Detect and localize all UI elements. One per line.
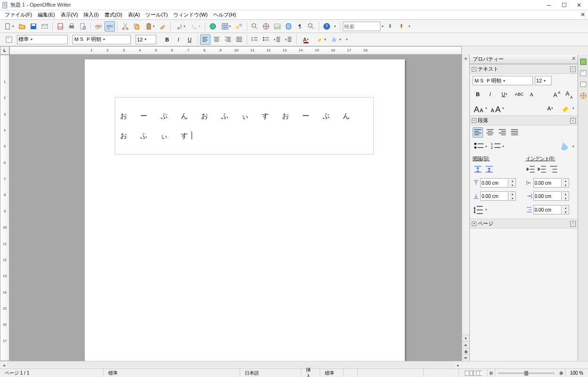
email-button[interactable]: [40, 21, 50, 32]
prop-decrease-font-button[interactable]: AA▾: [490, 103, 505, 114]
page-section-header[interactable]: + ページ ▫: [470, 219, 578, 229]
prop-shadow-button[interactable]: A: [526, 89, 537, 99]
prop-font-select[interactable]: ＭＳ Ｐ明朝: [473, 76, 533, 85]
menu-view[interactable]: 表示(V): [58, 10, 81, 19]
format-paintbrush-button[interactable]: [158, 21, 168, 32]
find-next-button[interactable]: ⬇: [385, 21, 395, 32]
sidebar-tab-navigator[interactable]: [579, 91, 588, 100]
styles-button[interactable]: [2, 34, 16, 45]
hanging-indent-button[interactable]: [548, 164, 559, 174]
navigation-button[interactable]: ◉: [462, 348, 469, 354]
copy-button[interactable]: [131, 21, 142, 32]
status-selection-mode[interactable]: 標準: [320, 369, 344, 377]
numbered-list-button[interactable]: 12: [250, 34, 260, 45]
status-insert-mode[interactable]: 挿入: [301, 369, 320, 377]
vertical-ruler[interactable]: 1234 5678 9101112 13141516 17: [0, 55, 9, 361]
increase-indent-button2[interactable]: [526, 164, 536, 174]
table-button[interactable]: ▾: [219, 21, 233, 32]
space-below-spinner[interactable]: ▴▾: [509, 191, 516, 201]
indent-left-spinner[interactable]: ▴▾: [563, 178, 569, 188]
prop-superscript-button[interactable]: AA: [552, 89, 563, 99]
status-style[interactable]: 標準: [104, 369, 240, 377]
scroll-up-button[interactable]: ▴: [462, 55, 469, 61]
status-signature[interactable]: [358, 369, 424, 377]
zoom-slider[interactable]: [498, 372, 555, 374]
paragraph-collapse-icon[interactable]: −: [472, 118, 476, 123]
paste-button[interactable]: ▾: [143, 21, 157, 32]
hscroll-right-button[interactable]: ▸: [454, 361, 462, 369]
decrease-indent-button[interactable]: [272, 34, 282, 45]
sidebar-tab-gallery[interactable]: [579, 80, 588, 89]
italic-button[interactable]: I: [173, 34, 184, 45]
single-page-icon[interactable]: [464, 370, 469, 376]
prop-align-justify-button[interactable]: [509, 127, 520, 138]
increase-spacing-button[interactable]: [473, 164, 483, 174]
space-below-input[interactable]: [480, 191, 508, 201]
page-section-more-button[interactable]: ▫: [570, 221, 576, 227]
scroll-down-button[interactable]: ▾: [462, 335, 469, 341]
prop-strikethrough-button[interactable]: ABC: [514, 89, 524, 99]
auto-spellcheck-button[interactable]: ABC: [105, 21, 115, 32]
text-frame[interactable]: おーぷんおふぃすおーぷん おふぃす: [115, 97, 374, 155]
line-spacing-button[interactable]: ▾: [473, 205, 488, 215]
decrease-indent-button2[interactable]: [537, 164, 548, 174]
redo-button[interactable]: ▾: [188, 21, 202, 32]
sidebar-tab-styles[interactable]: [579, 69, 588, 77]
indent-right-spinner[interactable]: ▴▾: [563, 191, 569, 201]
text-section-header[interactable]: − テキスト ▫: [470, 64, 578, 74]
ruler-corner[interactable]: L: [0, 46, 9, 55]
prop-size-select[interactable]: 12: [535, 76, 552, 85]
undo-button[interactable]: ▾: [173, 21, 187, 32]
open-button[interactable]: [17, 21, 27, 32]
text-collapse-icon[interactable]: −: [472, 67, 476, 72]
prop-font-color-button[interactable]: A▾: [543, 103, 558, 114]
zoom-in-button[interactable]: ⊕: [557, 369, 565, 377]
print-button[interactable]: [66, 21, 77, 32]
maximize-button[interactable]: ☐: [561, 2, 567, 8]
align-justify-button[interactable]: [234, 34, 244, 45]
print-preview-button[interactable]: [78, 21, 88, 32]
bold-button[interactable]: B: [162, 34, 172, 45]
underline-button[interactable]: U: [185, 34, 195, 45]
search-input[interactable]: [343, 22, 380, 31]
status-page[interactable]: ページ 1 / 1: [0, 369, 104, 377]
prop-underline-button[interactable]: U▾: [497, 89, 512, 99]
decrease-spacing-button[interactable]: [484, 164, 494, 174]
space-above-input[interactable]: [480, 178, 508, 188]
view-layout-buttons[interactable]: [459, 369, 487, 377]
indent-right-input[interactable]: [533, 191, 562, 201]
data-sources-button[interactable]: [283, 21, 294, 32]
menu-help[interactable]: ヘルプ(H): [210, 10, 239, 19]
status-language[interactable]: 日本語: [240, 369, 301, 377]
indent-left-input[interactable]: [533, 178, 562, 188]
indent-first-input[interactable]: [533, 205, 562, 214]
cut-button[interactable]: [120, 21, 130, 32]
properties-close-button[interactable]: ✕: [572, 56, 576, 62]
hyperlink-button[interactable]: [208, 21, 218, 32]
zoom-out-button[interactable]: ⊖: [487, 369, 495, 377]
align-left-button[interactable]: [200, 34, 210, 45]
prop-highlight-button[interactable]: ▾: [560, 103, 575, 114]
navigator-button[interactable]: [261, 21, 271, 32]
menu-window[interactable]: ウィンドウ(W): [170, 10, 210, 19]
document-canvas[interactable]: おーぷんおふぃすおーぷん おふぃす: [9, 55, 462, 361]
prop-italic-button[interactable]: I: [485, 89, 495, 99]
close-button[interactable]: ✕: [576, 2, 582, 8]
menu-format[interactable]: 書式(O): [102, 10, 125, 19]
menu-tools[interactable]: ツール(T): [143, 10, 170, 19]
show-draw-functions-button[interactable]: [234, 21, 244, 32]
prop-bgcolor-button[interactable]: ▾: [560, 141, 575, 152]
prev-page-button[interactable]: ⏶: [462, 341, 469, 348]
paragraph-style-select[interactable]: 標準: [17, 35, 68, 44]
increase-indent-button[interactable]: [283, 34, 294, 45]
horizontal-scrollbar[interactable]: ◂ ▸: [0, 361, 588, 369]
menu-insert[interactable]: 挿入(I): [81, 10, 101, 19]
paragraph-section-more-button[interactable]: ▫: [570, 118, 576, 123]
new-document-button[interactable]: ▾: [2, 21, 16, 32]
align-center-button[interactable]: [211, 34, 222, 45]
background-color-button[interactable]: ▾: [329, 34, 343, 45]
zoom-value[interactable]: 100 %: [565, 369, 588, 377]
prop-number-list-button[interactable]: 12▾: [490, 141, 505, 152]
menu-table[interactable]: 表(A): [125, 10, 143, 19]
indent-first-spinner[interactable]: ▴▾: [563, 205, 569, 214]
